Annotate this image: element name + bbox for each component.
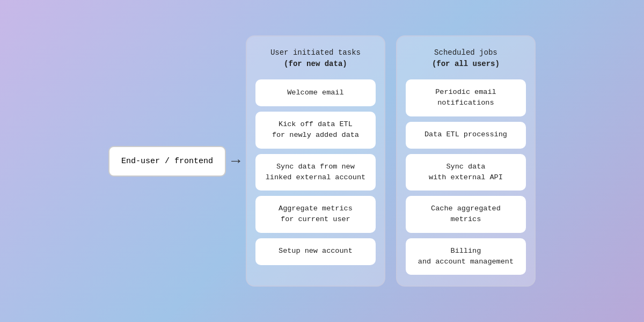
job-cache-metrics: Cache aggregatedmetrics — [406, 196, 526, 233]
job-sync-external: Sync datawith external API — [406, 154, 526, 191]
user-tasks-title: User initiated tasks (for new data) — [270, 47, 361, 70]
task-aggregate-metrics: Aggregate metricsfor current user — [255, 196, 376, 233]
end-user-label: End-user / frontend — [121, 157, 213, 166]
user-tasks-column: User initiated tasks (for new data) Welc… — [246, 35, 385, 287]
diagram: End-user / frontend → User initiated tas… — [98, 25, 546, 297]
task-sync-data: Sync data from newlinked external accoun… — [255, 154, 376, 191]
task-setup-account: Setup new account — [255, 238, 376, 265]
task-kick-off-etl: Kick off data ETLfor newly added data — [255, 112, 376, 149]
scheduled-jobs-column: Scheduled jobs (for all users) Periodic … — [396, 35, 536, 287]
arrow-container: → — [226, 153, 246, 170]
job-periodic-email: Periodic emailnotifications — [406, 79, 526, 116]
task-welcome-email: Welcome email — [255, 79, 376, 106]
column-container: User initiated tasks (for new data) Welc… — [246, 35, 536, 287]
arrow-icon: → — [231, 153, 240, 170]
job-data-etl: Data ETL processing — [406, 122, 526, 149]
end-user-box: End-user / frontend — [108, 146, 226, 177]
job-billing: Billingand account management — [406, 238, 526, 275]
scheduled-jobs-title: Scheduled jobs (for all users) — [432, 47, 500, 70]
